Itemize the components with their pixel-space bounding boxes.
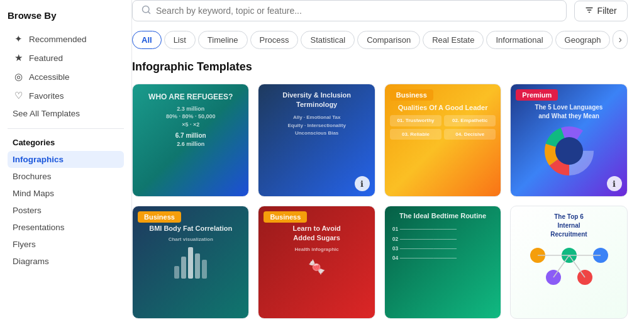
tab-statistical[interactable]: Statistical xyxy=(301,31,355,49)
sidebar-title: Browse By xyxy=(8,10,124,21)
sidebar-item-infographics[interactable]: Infographics xyxy=(8,151,124,168)
template-card-4[interactable]: Premium The 5 Love Languagesand What the… xyxy=(510,84,627,197)
sidebar-item-flyers[interactable]: Flyers xyxy=(8,236,124,253)
sidebar-item-featured[interactable]: ★ Featured xyxy=(8,48,124,67)
sidebar-item-recommended[interactable]: ✦ Recommended xyxy=(8,30,124,48)
svg-line-16 xyxy=(569,255,585,277)
sidebar-item-mind-maps[interactable]: Mind Maps xyxy=(8,185,124,202)
tab-real-estate[interactable]: Real Estate xyxy=(423,31,484,49)
svg-line-15 xyxy=(553,255,569,277)
sidebar-item-accessible[interactable]: ◎ Accessible xyxy=(8,67,124,86)
sidebar: Browse By ✦ Recommended ★ Featured ◎ Acc… xyxy=(0,0,132,322)
section-title: Infographic Templates xyxy=(132,60,628,74)
tab-comparison[interactable]: Comparison xyxy=(357,31,420,49)
template-card-3[interactable]: Business Qualities Of A Good Leader 01. … xyxy=(384,84,501,197)
tab-informational[interactable]: Informational xyxy=(486,31,552,49)
sidebar-divider xyxy=(8,128,124,129)
sidebar-item-diagrams[interactable]: Diagrams xyxy=(8,253,124,270)
chevron-right-icon: › xyxy=(618,34,621,45)
badge-business-card3: Business xyxy=(390,89,433,101)
info-icon-card4: ℹ xyxy=(607,176,622,191)
sidebar-item-brochures[interactable]: Brochures xyxy=(8,168,124,185)
tab-geography[interactable]: Geograph xyxy=(555,31,611,49)
filter-button[interactable]: Filter xyxy=(574,1,628,21)
template-card-6[interactable]: Business Learn to AvoidAdded Sugars Heal… xyxy=(258,206,375,319)
categories-title: Categories xyxy=(13,138,124,147)
tab-timeline[interactable]: Timeline xyxy=(198,31,248,49)
tabs-more-button[interactable]: › xyxy=(613,30,627,49)
recommended-icon: ✦ xyxy=(13,33,24,45)
favorites-icon: ♡ xyxy=(13,90,24,101)
main-content: Filter All List Timeline Process Statist… xyxy=(132,0,628,322)
tab-all[interactable]: All xyxy=(132,31,162,49)
sidebar-item-posters[interactable]: Posters xyxy=(8,202,124,219)
filter-icon xyxy=(585,6,594,16)
sidebar-item-favorites[interactable]: ♡ Favorites xyxy=(8,86,124,105)
see-all-templates-link[interactable]: See All Templates xyxy=(8,105,124,122)
template-card-2[interactable]: Diversity & InclusionTerminology Ally · … xyxy=(258,84,375,197)
info-icon-card2: ℹ xyxy=(355,176,370,191)
top-bar: Filter xyxy=(132,0,628,21)
badge-premium-card4: Premium xyxy=(516,89,558,101)
search-box xyxy=(132,0,567,21)
template-card-1[interactable]: WHO ARE REFUGEES? 2.3 million 80% · 80% … xyxy=(132,84,249,197)
tab-list[interactable]: List xyxy=(164,31,196,49)
template-card-5[interactable]: Business BMI Body Fat Correlation Chart … xyxy=(132,206,249,319)
sidebar-item-presentations[interactable]: Presentations xyxy=(8,219,124,236)
accessible-icon: ◎ xyxy=(13,71,24,82)
search-input[interactable] xyxy=(156,6,557,16)
template-grid: WHO ARE REFUGEES? 2.3 million 80% · 80% … xyxy=(132,84,628,319)
filter-tabs: All List Timeline Process Statistical Co… xyxy=(132,30,628,49)
svg-line-1 xyxy=(148,12,150,14)
badge-business-card6: Business xyxy=(264,211,307,223)
template-card-7[interactable]: The Ideal Bedtime Routine 01 ───────────… xyxy=(384,206,501,319)
tab-process[interactable]: Process xyxy=(250,31,299,49)
template-card-8[interactable]: The Top 6InternalRecruitment xyxy=(510,206,627,319)
search-icon xyxy=(142,5,151,16)
featured-icon: ★ xyxy=(13,52,24,64)
svg-point-7 xyxy=(555,137,583,165)
badge-business-card5: Business xyxy=(138,211,181,223)
